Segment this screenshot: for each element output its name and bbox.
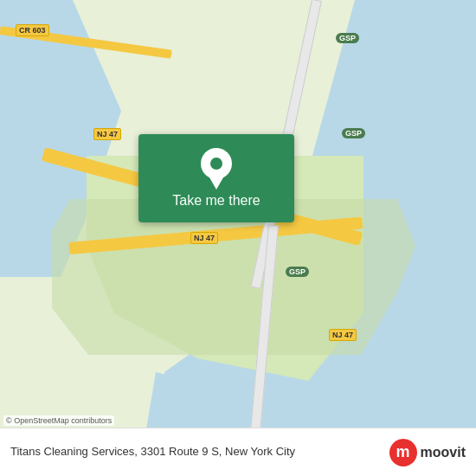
- moovit-logo: m moovit: [389, 439, 466, 466]
- road-label-nj47-top: NJ 47: [93, 128, 121, 140]
- info-bar: Titans Cleaning Services, 3301 Route 9 S…: [0, 428, 476, 476]
- take-me-there-button[interactable]: Take me there: [138, 134, 294, 222]
- pin-tail: [209, 177, 223, 190]
- button-label: Take me there: [172, 193, 260, 209]
- address-text: Titans Cleaning Services, 3301 Route 9 S…: [10, 444, 389, 460]
- map-background: CR 603 NJ 47 NJ 47 NJ 47 GSP GSP GSP: [0, 0, 476, 476]
- moovit-text: moovit: [421, 445, 466, 460]
- map-container: CR 603 NJ 47 NJ 47 NJ 47 GSP GSP GSP Tak…: [0, 0, 476, 476]
- road-label-gsp-lower: GSP: [286, 267, 309, 277]
- road-label-nj47-mid: NJ 47: [190, 232, 218, 244]
- road-label-gsp-top: GSP: [336, 33, 359, 43]
- moovit-icon: m: [389, 439, 417, 466]
- pin-circle: [201, 148, 232, 179]
- location-pin-icon: [201, 148, 232, 186]
- road-label-gsp-mid: GSP: [342, 128, 365, 138]
- road-label-cr603: CR 603: [16, 24, 49, 36]
- map-attribution: © OpenStreetMap contributors: [3, 415, 114, 426]
- road-label-nj47-bottom: NJ 47: [329, 329, 357, 341]
